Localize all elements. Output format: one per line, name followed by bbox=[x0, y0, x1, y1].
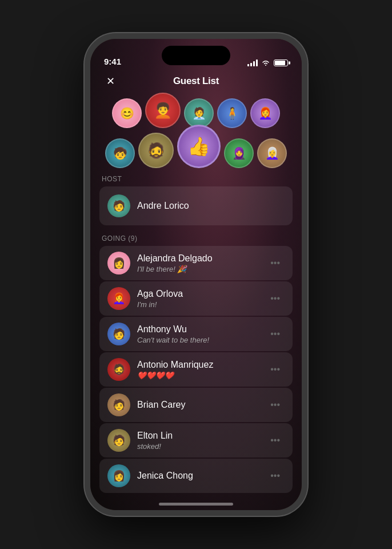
list-item: 🧑 Brian Carey ••• bbox=[99, 388, 293, 422]
guest-info-3: Antonio Manriquez ❤️❤️❤️❤️ bbox=[137, 359, 266, 379]
host-item: 🧑 Andre Lorico bbox=[99, 186, 293, 225]
avatar-8[interactable]: 🧕 bbox=[224, 138, 254, 168]
avatar-6[interactable]: 🧒 bbox=[105, 138, 135, 168]
home-indicator bbox=[159, 503, 233, 506]
close-button[interactable]: ✕ bbox=[102, 73, 119, 90]
guest-status-3: ❤️❤️❤️❤️ bbox=[137, 371, 266, 380]
guest-info-6: Jenica Chong bbox=[137, 470, 266, 482]
more-button-5[interactable]: ••• bbox=[266, 433, 285, 448]
more-button-2[interactable]: ••• bbox=[266, 327, 285, 341]
avatar-4[interactable]: 🧍 bbox=[217, 98, 247, 128]
avatar-7[interactable]: 🧔 bbox=[138, 133, 174, 168]
guest-name-3: Antonio Manriquez bbox=[137, 359, 266, 370]
guest-avatar-5: 🧑 bbox=[107, 429, 130, 452]
guest-info-0: Alejandra Delgado I'll be there! 🎉 bbox=[137, 253, 266, 273]
guest-avatar-2: 🧑 bbox=[107, 323, 130, 345]
more-button-1[interactable]: ••• bbox=[266, 291, 285, 306]
guest-avatar-4: 🧑 bbox=[107, 393, 130, 416]
more-button-4[interactable]: ••• bbox=[266, 397, 285, 412]
host-avatar: 🧑 bbox=[107, 194, 130, 217]
avatar-1[interactable]: 😊 bbox=[112, 98, 142, 128]
status-icons bbox=[247, 59, 288, 66]
header: ✕ Guest List bbox=[90, 70, 302, 93]
avatar-main[interactable]: 👍 bbox=[177, 125, 221, 168]
avatar-2[interactable]: 🧑‍🦱 bbox=[145, 93, 181, 128]
guest-name-5: Elton Lin bbox=[137, 430, 266, 441]
avatar-9[interactable]: 👩‍🦳 bbox=[257, 138, 287, 168]
list-item: 🧑 Elton Lin stoked! ••• bbox=[99, 423, 293, 458]
going-section-label: GOING (9) bbox=[99, 232, 293, 246]
guest-avatar-6: 👩 bbox=[107, 464, 130, 487]
guest-avatar-1: 👩‍🦰 bbox=[107, 287, 130, 310]
list-item: 👩‍🦰 Aga Orlova I'm in! ••• bbox=[99, 281, 293, 316]
avatar-3[interactable]: 🧑‍💼 bbox=[184, 98, 214, 128]
list-item: 🧑 Anthony Wu Can't wait to be there! ••• bbox=[99, 317, 293, 351]
main-content: ✕ Guest List 😊 🧑‍🦱 🧑‍💼 🧍 👩‍🦰 🧒 🧔 👍 🧕 👩‍🦳 bbox=[90, 70, 302, 510]
battery-icon bbox=[274, 59, 288, 66]
guest-info-5: Elton Lin stoked! bbox=[137, 430, 266, 450]
guest-status-0: I'll be there! 🎉 bbox=[137, 265, 266, 273]
guest-name-4: Brian Carey bbox=[137, 399, 266, 410]
guest-status-2: Can't wait to be there! bbox=[137, 336, 266, 344]
phone-frame: 9:41 ✕ Guest List bbox=[85, 33, 307, 516]
avatar-5[interactable]: 👩‍🦰 bbox=[250, 98, 280, 128]
guest-name-1: Aga Orlova bbox=[137, 288, 266, 299]
guest-status-5: stoked! bbox=[137, 442, 266, 451]
dynamic-island bbox=[162, 46, 230, 65]
guest-name-0: Alejandra Delgado bbox=[137, 253, 266, 264]
guest-avatar-3: 🧔 bbox=[107, 358, 130, 381]
page-title: Guest List bbox=[173, 75, 219, 87]
list-item: 👩 Jenica Chong ••• bbox=[99, 459, 293, 493]
list-item: 🧔 Antonio Manriquez ❤️❤️❤️❤️ ••• bbox=[99, 352, 293, 387]
more-button-6[interactable]: ••• bbox=[266, 468, 285, 483]
more-button-3[interactable]: ••• bbox=[266, 362, 285, 377]
section-list: HOST 🧑 Andre Lorico GOING (9) 👩 Alejandr… bbox=[90, 173, 302, 510]
guest-name-2: Anthony Wu bbox=[137, 324, 266, 335]
host-section-label: HOST bbox=[99, 173, 293, 186]
guest-info-1: Aga Orlova I'm in! bbox=[137, 288, 266, 308]
guest-avatar-0: 👩 bbox=[107, 252, 130, 274]
going-section: GOING (9) 👩 Alejandra Delgado I'll be th… bbox=[99, 232, 293, 493]
list-item: 👩 Alejandra Delgado I'll be there! 🎉 ••• bbox=[99, 246, 293, 280]
guest-name-6: Jenica Chong bbox=[137, 470, 266, 481]
wifi-icon bbox=[261, 59, 270, 66]
more-button-0[interactable]: ••• bbox=[266, 256, 285, 270]
guest-info-2: Anthony Wu Can't wait to be there! bbox=[137, 324, 266, 344]
avatar-cluster: 😊 🧑‍🦱 🧑‍💼 🧍 👩‍🦰 🧒 🧔 👍 🧕 👩‍🦳 bbox=[90, 93, 302, 173]
host-name: Andre Lorico bbox=[137, 200, 189, 211]
guest-status-1: I'm in! bbox=[137, 300, 266, 309]
guest-info-4: Brian Carey bbox=[137, 399, 266, 411]
signal-icon bbox=[247, 59, 258, 66]
